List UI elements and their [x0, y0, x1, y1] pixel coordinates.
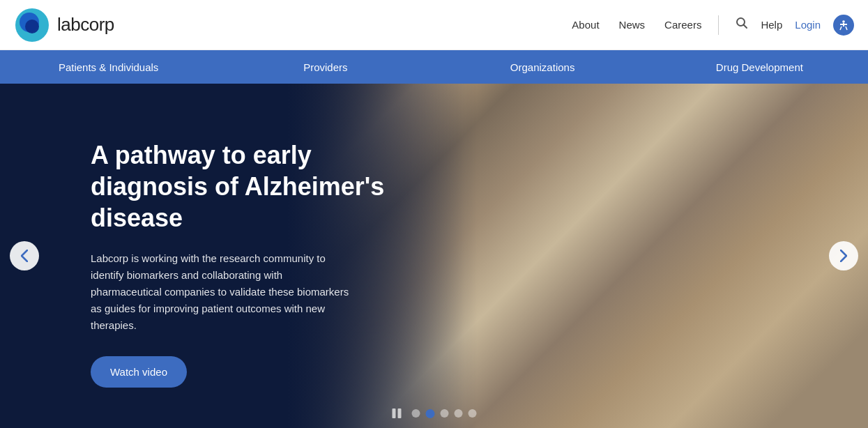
- search-icon: [736, 17, 748, 29]
- hero-section: A pathway to early diagnosis of Alzheime…: [0, 84, 868, 428]
- search-button[interactable]: [736, 17, 748, 33]
- carousel-pause-button[interactable]: [392, 408, 406, 418]
- carousel-dot-3[interactable]: [440, 409, 448, 418]
- main-nav-bar: Patients & Individuals Providers Organiz…: [0, 50, 868, 84]
- hero-title: A pathway to early diagnosis of Alzheime…: [91, 139, 425, 234]
- carousel-prev-button[interactable]: [10, 241, 39, 270]
- carousel-dot-5[interactable]: [468, 409, 476, 418]
- nav-drug-development[interactable]: Drug Development: [651, 50, 868, 84]
- pause-bar-1: [392, 408, 395, 418]
- carousel-dot-4[interactable]: [454, 409, 462, 418]
- carousel-indicators: [392, 408, 476, 418]
- accessibility-icon: [838, 20, 849, 31]
- logo-area: labcorp: [14, 7, 114, 43]
- accessibility-button[interactable]: [833, 15, 854, 36]
- carousel-next-button[interactable]: [829, 241, 858, 270]
- header: labcorp About News Careers Help Login: [0, 0, 868, 50]
- carousel-dot-2[interactable]: [425, 409, 434, 418]
- hero-body-text: Labcorp is working with the research com…: [91, 250, 356, 334]
- svg-line-8: [840, 26, 842, 30]
- header-divider: [718, 15, 719, 35]
- nav-providers[interactable]: Providers: [217, 50, 434, 84]
- header-actions: Help Login: [736, 15, 854, 36]
- svg-point-5: [842, 20, 845, 23]
- svg-line-4: [744, 25, 747, 29]
- careers-link[interactable]: Careers: [664, 19, 701, 31]
- chevron-right-icon: [840, 250, 847, 262]
- hero-content: A pathway to early diagnosis of Alzheime…: [91, 139, 425, 388]
- about-link[interactable]: About: [572, 19, 599, 31]
- svg-line-9: [846, 26, 847, 30]
- watch-video-button[interactable]: Watch video: [91, 356, 187, 388]
- header-right: About News Careers Help Login: [572, 15, 854, 36]
- nav-organizations[interactable]: Organizations: [434, 50, 651, 84]
- nav-patients[interactable]: Patients & Individuals: [0, 50, 217, 84]
- login-link[interactable]: Login: [795, 19, 821, 31]
- chevron-left-icon: [21, 250, 28, 262]
- svg-point-2: [25, 20, 39, 33]
- news-link[interactable]: News: [619, 19, 646, 31]
- top-nav: About News Careers: [572, 19, 701, 31]
- carousel-dot-1[interactable]: [411, 409, 420, 418]
- help-link[interactable]: Help: [761, 19, 782, 31]
- labcorp-logo-icon: [14, 7, 50, 43]
- logo-text: labcorp: [57, 14, 114, 36]
- pause-bar-2: [397, 408, 401, 418]
